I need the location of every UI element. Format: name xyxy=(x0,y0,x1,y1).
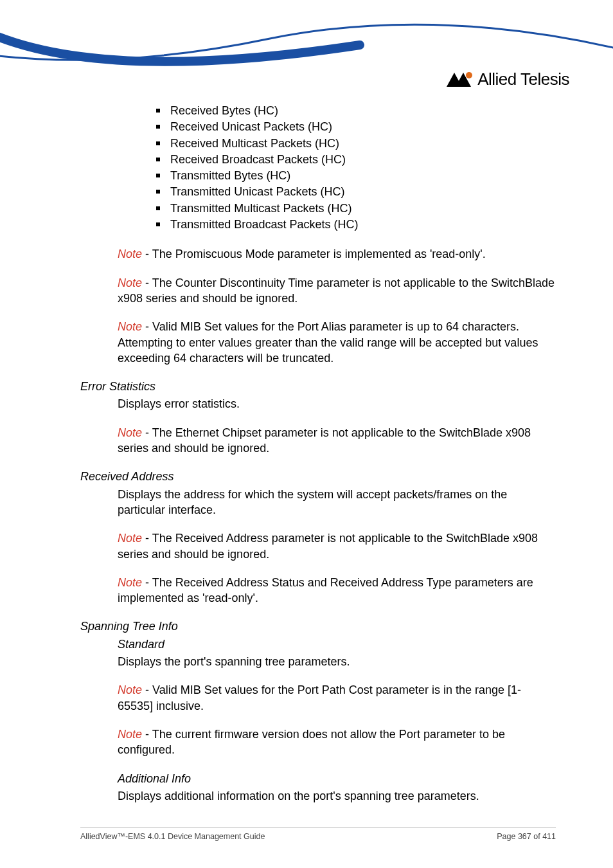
list-item: Transmitted Broadcast Packets (HC) xyxy=(156,217,556,232)
list-item-text: Received Bytes (HC) xyxy=(170,103,278,118)
list-item: Received Unicast Packets (HC) xyxy=(156,119,556,134)
footer-right: Page 367 of 411 xyxy=(497,832,556,841)
list-item: Received Bytes (HC) xyxy=(156,103,556,118)
list-item-text: Received Broadcast Packets (HC) xyxy=(170,152,346,167)
page-footer: AlliedView™-EMS 4.0.1 Device Management … xyxy=(80,827,556,841)
list-item-text: Received Multicast Packets (HC) xyxy=(170,136,339,151)
list-item: Transmitted Multicast Packets (HC) xyxy=(156,201,556,216)
bullet-icon xyxy=(156,174,160,177)
list-item-text: Received Unicast Packets (HC) xyxy=(170,119,332,134)
note-text: - The Ethernet Chipset parameter is not … xyxy=(118,426,531,455)
note-label: Note xyxy=(118,576,142,589)
note-label: Note xyxy=(118,320,142,333)
note-label: Note xyxy=(118,532,142,545)
logo-text: Allied Telesis xyxy=(477,69,569,89)
body-text: Displays additional information on the p… xyxy=(118,788,556,804)
note-label: Note xyxy=(118,276,142,289)
section-heading-spanning-tree: Spanning Tree Info xyxy=(80,619,556,634)
body-text: Displays error statistics. xyxy=(118,396,556,411)
note-label: Note xyxy=(118,683,142,696)
list-item: Received Broadcast Packets (HC) xyxy=(156,152,556,167)
note-paragraph: Note - The Received Address Status and R… xyxy=(118,575,556,606)
brand-logo: Allied Telesis xyxy=(444,69,569,89)
list-item-text: Transmitted Unicast Packets (HC) xyxy=(170,184,344,199)
body-text: Displays the port's spanning tree parame… xyxy=(118,654,556,669)
list-item: Transmitted Bytes (HC) xyxy=(156,168,556,183)
list-item-text: Transmitted Bytes (HC) xyxy=(170,168,290,183)
logo-mark-icon xyxy=(444,71,474,88)
note-label: Note xyxy=(118,248,142,260)
bullet-icon xyxy=(156,206,160,210)
subsection-heading-additional-info: Additional Info xyxy=(118,771,556,786)
bullet-icon xyxy=(156,109,160,113)
note-text: - The Promiscuous Mode parameter is impl… xyxy=(142,248,486,260)
note-paragraph: Note - The Received Address parameter is… xyxy=(118,530,556,562)
note-paragraph: Note - The current firmware version does… xyxy=(118,727,556,758)
svg-point-2 xyxy=(466,72,472,78)
note-paragraph: Note - The Counter Discontinuity Time pa… xyxy=(118,275,556,307)
bullet-list: Received Bytes (HC) Received Unicast Pac… xyxy=(156,103,556,232)
bullet-icon xyxy=(156,158,160,161)
note-label: Note xyxy=(118,728,142,741)
bullet-icon xyxy=(156,222,160,226)
note-text: - Valid MIB Set values for the Port Path… xyxy=(118,683,521,712)
note-label: Note xyxy=(118,426,142,439)
section-heading-received-address: Received Address xyxy=(80,469,556,484)
footer-left: AlliedView™-EMS 4.0.1 Device Management … xyxy=(80,832,265,841)
list-item-text: Transmitted Broadcast Packets (HC) xyxy=(170,217,358,232)
bullet-icon xyxy=(156,125,160,129)
subsection-heading-standard: Standard xyxy=(118,637,556,652)
note-paragraph: Note - The Ethernet Chipset parameter is… xyxy=(118,425,556,457)
note-text: - The current firmware version does not … xyxy=(118,728,505,756)
list-item-text: Transmitted Multicast Packets (HC) xyxy=(170,201,351,216)
note-text: - The Received Address parameter is not … xyxy=(118,532,538,560)
note-text: - The Received Address Status and Receiv… xyxy=(118,576,533,604)
note-text: - Valid MIB Set values for the Port Alia… xyxy=(118,320,538,365)
page-content: Received Bytes (HC) Received Unicast Pac… xyxy=(80,103,556,817)
bullet-icon xyxy=(156,190,160,194)
body-text: Displays the address for which the syste… xyxy=(118,487,556,518)
note-text: - The Counter Discontinuity Time paramet… xyxy=(118,276,555,305)
list-item: Received Multicast Packets (HC) xyxy=(156,136,556,151)
note-paragraph: Note - Valid MIB Set values for the Port… xyxy=(118,682,556,714)
bullet-icon xyxy=(156,141,160,145)
section-heading-error-statistics: Error Statistics xyxy=(80,379,556,394)
note-paragraph: Note - The Promiscuous Mode parameter is… xyxy=(118,246,556,262)
list-item: Transmitted Unicast Packets (HC) xyxy=(156,184,556,199)
note-paragraph: Note - Valid MIB Set values for the Port… xyxy=(118,319,556,366)
